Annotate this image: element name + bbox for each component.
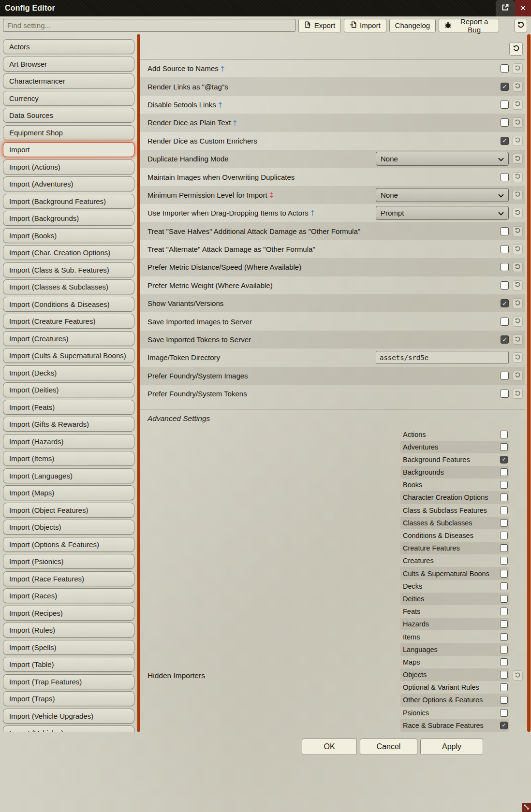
sidebar-item-import-conditions-diseases[interactable]: Import (Conditions & Diseases) [3, 297, 134, 312]
setting-select[interactable]: None [376, 152, 509, 166]
search-input[interactable] [3, 19, 295, 32]
reset-section-button[interactable] [509, 42, 523, 56]
hidden-importer-checkbox[interactable] [500, 507, 508, 514]
hidden-importer-checkbox[interactable] [500, 481, 508, 489]
popout-button[interactable] [496, 0, 515, 16]
sidebar-item-import-vehicle-upgrades[interactable]: Import (Vehicle Upgrades) [3, 709, 134, 724]
sidebar-item-import-races[interactable]: Import (Races) [3, 588, 134, 603]
reset-search-button[interactable] [515, 19, 527, 32]
sidebar-item-import-class-sub-features[interactable]: Import (Class & Sub. Features) [3, 262, 134, 277]
hidden-importer-checkbox[interactable] [500, 646, 508, 653]
reset-setting-button[interactable] [513, 82, 523, 92]
reset-setting-button[interactable] [513, 334, 523, 345]
reset-setting-button[interactable] [513, 371, 523, 381]
reset-setting-button[interactable] [513, 317, 523, 327]
hidden-importer-checkbox[interactable] [500, 696, 508, 704]
sidebar-item-import-gifts-rewards[interactable]: Import (Gifts & Rewards) [3, 417, 134, 432]
ok-button[interactable]: OK [302, 739, 357, 755]
setting-checkbox[interactable] [501, 245, 509, 253]
hidden-importer-checkbox[interactable] [500, 658, 508, 666]
setting-checkbox[interactable] [501, 173, 509, 181]
setting-checkbox[interactable] [501, 372, 509, 380]
setting-text-input[interactable]: assets/srd5e [376, 351, 509, 364]
setting-select[interactable]: None [376, 188, 509, 202]
sidebar-item-import-char-creation-options[interactable]: Import (Char. Creation Options) [3, 245, 134, 260]
sidebar-item-import-background-features[interactable]: Import (Background Features) [3, 194, 134, 209]
hidden-importer-checkbox[interactable] [500, 633, 508, 641]
close-button[interactable]: ✕ [515, 0, 531, 16]
sidebar-item-import-deities[interactable]: Import (Deities) [3, 382, 134, 397]
hidden-importer-checkbox[interactable] [500, 709, 508, 717]
hidden-importer-checkbox[interactable] [500, 620, 508, 628]
import-button[interactable]: Import [344, 19, 386, 32]
hidden-importer-checkbox[interactable] [500, 683, 508, 691]
reset-setting-button[interactable] [513, 352, 523, 362]
hidden-importer-checkbox[interactable] [500, 431, 508, 438]
setting-checkbox[interactable] [501, 118, 509, 127]
reset-setting-button[interactable] [513, 298, 523, 308]
hidden-importer-checkbox[interactable] [500, 557, 508, 565]
setting-checkbox[interactable] [501, 335, 509, 344]
setting-checkbox[interactable] [501, 299, 509, 307]
setting-checkbox[interactable] [501, 390, 509, 398]
reset-setting-button[interactable] [513, 262, 523, 272]
sidebar-item-import-decks[interactable]: Import (Decks) [3, 365, 134, 380]
sidebar-item-import-languages[interactable]: Import (Languages) [3, 468, 134, 483]
sidebar-item-art-browser[interactable]: Art Browser [3, 57, 134, 72]
sidebar-item-import-recipes[interactable]: Import (Recipes) [3, 606, 134, 621]
sidebar-item-equipment-shop[interactable]: Equipment Shop [3, 125, 134, 140]
sidebar-item-import-table[interactable]: Import (Table) [3, 657, 134, 672]
reset-setting-button[interactable] [513, 226, 523, 236]
sidebar-item-import-trap-features[interactable]: Import (Trap Features) [3, 674, 134, 689]
sidebar-item-import-maps[interactable]: Import (Maps) [3, 485, 134, 500]
reset-setting-button[interactable] [513, 154, 523, 164]
report-bug-button[interactable]: Report a Bug [439, 19, 499, 32]
hidden-importer-checkbox[interactable] [500, 582, 508, 590]
reset-setting-button[interactable] [513, 63, 523, 73]
setting-checkbox[interactable] [501, 137, 509, 145]
setting-select[interactable]: Prompt [376, 206, 509, 220]
cancel-button[interactable]: Cancel [360, 739, 417, 755]
sidebar-item-import-books[interactable]: Import (Books) [3, 228, 134, 243]
reset-setting-button[interactable] [513, 244, 523, 254]
sidebar-item-import-vehicles[interactable]: Import (Vehicles) [3, 725, 134, 732]
sidebar-item-import-adventures[interactable]: Import (Adventures) [3, 176, 134, 191]
sidebar-item-charactermancer[interactable]: Charactermancer [3, 73, 134, 88]
reset-setting-button[interactable] [513, 117, 523, 128]
sidebar-scrollbar[interactable] [137, 34, 140, 732]
export-button[interactable]: Export [298, 19, 341, 32]
setting-checkbox[interactable] [501, 281, 509, 290]
content-scrollbar[interactable] [527, 34, 531, 732]
hidden-importer-checkbox[interactable] [500, 671, 508, 679]
hidden-importer-checkbox[interactable] [500, 722, 508, 729]
apply-button[interactable]: Apply [420, 739, 483, 755]
hidden-importer-checkbox[interactable] [500, 468, 508, 476]
sidebar-item-actors[interactable]: Actors [3, 39, 134, 54]
hidden-importer-checkbox[interactable] [500, 608, 508, 615]
setting-checkbox[interactable] [501, 101, 509, 109]
sidebar-item-import-creatures[interactable]: Import (Creatures) [3, 331, 134, 346]
sidebar-item-import[interactable]: Import [3, 142, 134, 157]
changelog-button[interactable]: Changelog [389, 19, 436, 32]
resize-handle[interactable] [522, 803, 531, 812]
sidebar-item-import-feats[interactable]: Import (Feats) [3, 400, 134, 415]
reset-setting-button[interactable] [513, 208, 523, 218]
sidebar-item-import-cults-supernatural-boons[interactable]: Import (Cults & Supernatural Boons) [3, 348, 134, 363]
sidebar-item-data-sources[interactable]: Data Sources [3, 108, 134, 123]
setting-checkbox[interactable] [501, 263, 509, 271]
hidden-importer-checkbox[interactable] [500, 519, 508, 527]
sidebar-item-import-object-features[interactable]: Import (Object Features) [3, 503, 134, 518]
sidebar-item-currency[interactable]: Currency [3, 91, 134, 106]
sidebar-item-import-classes-subclasses[interactable]: Import (Classes & Subclasses) [3, 279, 134, 294]
reset-setting-button[interactable] [513, 389, 523, 399]
sidebar-item-import-options-features[interactable]: Import (Options & Features) [3, 537, 134, 552]
setting-checkbox[interactable] [501, 227, 509, 235]
sidebar-item-import-rules[interactable]: Import (Rules) [3, 623, 134, 638]
reset-setting-button[interactable] [513, 172, 523, 182]
setting-checkbox[interactable] [501, 64, 509, 72]
hidden-importer-checkbox[interactable] [500, 443, 508, 451]
hidden-importer-checkbox[interactable] [500, 493, 508, 501]
reset-setting-button[interactable] [513, 280, 523, 290]
reset-setting-button[interactable] [513, 190, 523, 200]
hidden-importer-checkbox[interactable] [500, 456, 508, 464]
